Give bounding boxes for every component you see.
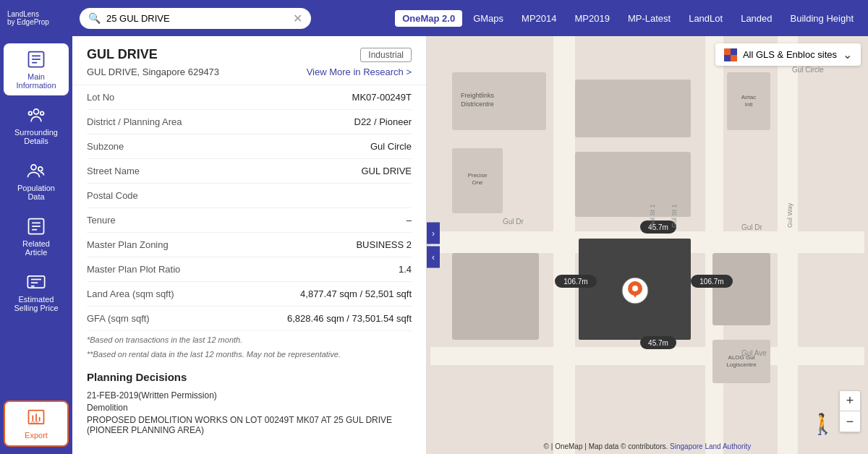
content-panel: GUL DRIVE Industrial GUL DRIVE, Singapor… [72, 36, 427, 454]
label-land-area: Land Area (sqm sqft) [87, 288, 174, 299]
value-street: GUL DRIVE [361, 166, 412, 176]
value-gfa: 6,828.46 sqm / 73,501.54 sqft [287, 313, 412, 324]
nav-tab-mplatest[interactable]: MP-Latest [621, 10, 678, 27]
nav-tab-mp2019[interactable]: MP2019 [567, 10, 616, 27]
logo-sub: by EdgeProp [7, 18, 72, 26]
svg-text:Gul Ave: Gul Ave [741, 349, 767, 357]
property-address: GUL DRIVE, Singapore 629473 [87, 67, 219, 77]
info-row-gfa: GFA (sqm sqft) 6,828.46 sqm / 73,501.54 … [87, 307, 412, 331]
info-row-street: Street Name GUL DRIVE [87, 159, 412, 184]
nav-tab-onemap[interactable]: OneMap 2.0 [395, 10, 462, 27]
sidebar-item-population-data[interactable]: Population Data [4, 155, 69, 207]
map-dropdown-bar[interactable]: All GLS & Enbloc sites ⌄ [715, 43, 861, 66]
value-district: D22 / Pioneer [354, 116, 412, 127]
planning-description: PROPOSED DEMOLITION WORKS ON LOT 00249T … [87, 415, 412, 435]
svg-rect-27 [778, 36, 798, 454]
info-row-subzone: Subzone Gul Circle [87, 134, 412, 159]
collapse-button[interactable]: ‹ [427, 247, 440, 268]
map-dropdown-label: All GLS & Enbloc sites [743, 49, 837, 60]
svg-text:106.7m: 106.7m [563, 278, 587, 286]
planning-date: 21-FEB-2019(Written Permission) [87, 390, 412, 401]
sidebar-item-main-information[interactable]: Main Information [4, 43, 69, 95]
note2: **Based on rental data in the last 12 mo… [72, 346, 426, 360]
info-row-postal: Postal Code [87, 184, 412, 208]
sidebar-label-export: Export [25, 431, 48, 440]
gls-enbloc-icon [724, 48, 737, 61]
label-plot-ratio: Master Plan Plot Ratio [87, 264, 180, 275]
property-title: GUL DRIVE [87, 47, 158, 62]
svg-text:Airtac: Airtac [741, 94, 756, 100]
clear-icon[interactable]: ✕ [293, 12, 302, 25]
zoom-in-button[interactable]: + [840, 391, 860, 411]
svg-point-5 [29, 111, 33, 115]
main-layout: Main Information Surrounding Details Pop… [0, 36, 868, 454]
sidebar-label-article: Related Article [22, 239, 50, 257]
map-area[interactable]: Freightlinks Districentre Precise One Ai… [427, 36, 868, 454]
value-tenure: – [407, 215, 412, 226]
sidebar-item-surrounding-details[interactable]: Surrounding Details [4, 99, 69, 151]
nav-tab-building-height[interactable]: Building Height [783, 10, 861, 27]
property-header: GUL DRIVE Industrial GUL DRIVE, Singapor… [72, 36, 426, 85]
value-subzone: Gul Circle [370, 141, 412, 152]
svg-point-8 [38, 167, 43, 171]
dropdown-chevron-icon: ⌄ [843, 48, 852, 61]
svg-rect-67 [731, 55, 737, 61]
zoom-out-button[interactable]: − [840, 411, 860, 432]
search-input[interactable] [106, 13, 287, 24]
label-subzone: Subzone [87, 141, 124, 152]
svg-text:Intl: Intl [745, 101, 753, 108]
streetview-figure: 🚶 [810, 412, 835, 436]
svg-point-6 [41, 111, 44, 115]
attribution-text: © | OneMap | Map data © contributors. [544, 442, 670, 450]
svg-text:Districentre: Districentre [461, 100, 494, 108]
planning-section: Planning Decisions 21-FEB-2019(Written P… [72, 360, 426, 446]
nav-tab-gmaps[interactable]: GMaps [466, 10, 511, 27]
label-tenure: Tenure [87, 215, 116, 226]
map-toggle-controls: › ‹ [427, 223, 440, 268]
planning-title: Planning Decisions [87, 371, 412, 383]
info-row-plot-ratio: Master Plan Plot Ratio 1.4 [87, 257, 412, 282]
search-bar[interactable]: 🔍 ✕ [80, 8, 311, 29]
nav-tab-landed[interactable]: Landed [733, 10, 779, 27]
expand-button[interactable]: › [427, 223, 440, 244]
planning-type: Demolition [87, 403, 412, 413]
svg-text:Gul Dr: Gul Dr [741, 223, 763, 231]
planning-entry: 21-FEB-2019(Written Permission) Demoliti… [87, 390, 412, 435]
svg-rect-65 [731, 48, 737, 55]
svg-text:PDF: PDF [31, 421, 40, 425]
svg-text:Gul Circle: Gul Circle [792, 66, 824, 74]
svg-text:One: One [472, 179, 483, 186]
info-row-district: District / Planning Area D22 / Pioneer [87, 110, 412, 134]
sidebar-item-estimated-selling-price[interactable]: Estimated Selling Price [4, 266, 69, 318]
value-lot: MK07-00249T [352, 92, 412, 103]
label-zoning: Master Plan Zoning [87, 239, 169, 250]
info-row-tenure: Tenure – [87, 208, 412, 233]
attribution-link[interactable]: Singapore Land Authority [670, 442, 751, 450]
view-more-link[interactable]: View More in Research > [307, 67, 412, 77]
sidebar-label-selling-price: Estimated Selling Price [14, 295, 58, 312]
label-street: Street Name [87, 166, 140, 176]
sidebar-item-related-article[interactable]: Related Article [4, 210, 69, 262]
sidebar-label-surrounding: Surrounding Details [14, 128, 58, 145]
nav-tab-mp2014[interactable]: MP2014 [514, 10, 563, 27]
nav-tabs: OneMap 2.0 GMaps MP2014 MP2019 MP-Latest… [395, 10, 861, 27]
logo: LandLens by EdgeProp [7, 10, 72, 26]
info-row-zoning: Master Plan Zoning BUSINESS 2 [87, 233, 412, 257]
header: LandLens by EdgeProp 🔍 ✕ OneMap 2.0 GMap… [0, 0, 868, 36]
svg-text:45.7m: 45.7m [648, 339, 668, 347]
svg-point-7 [31, 165, 36, 170]
svg-text:106.7m: 106.7m [699, 278, 723, 286]
svg-rect-13 [27, 276, 44, 288]
svg-rect-26 [705, 36, 723, 454]
surrounding-icon [26, 105, 46, 125]
note1: *Based on transactions in the last 12 mo… [72, 331, 426, 346]
info-row-lot: Lot No MK07-00249T [87, 85, 412, 110]
population-icon [26, 160, 46, 181]
svg-text:Precise: Precise [468, 172, 488, 179]
sidebar-item-export[interactable]: PDF Export [4, 401, 69, 447]
svg-rect-41 [452, 253, 539, 340]
nav-tab-landlot[interactable]: LandLot [681, 10, 730, 27]
svg-text:Gul St 1: Gul St 1 [671, 204, 678, 228]
industrial-badge: Industrial [360, 48, 412, 62]
address-row: GUL DRIVE, Singapore 629473 View More in… [87, 67, 412, 77]
